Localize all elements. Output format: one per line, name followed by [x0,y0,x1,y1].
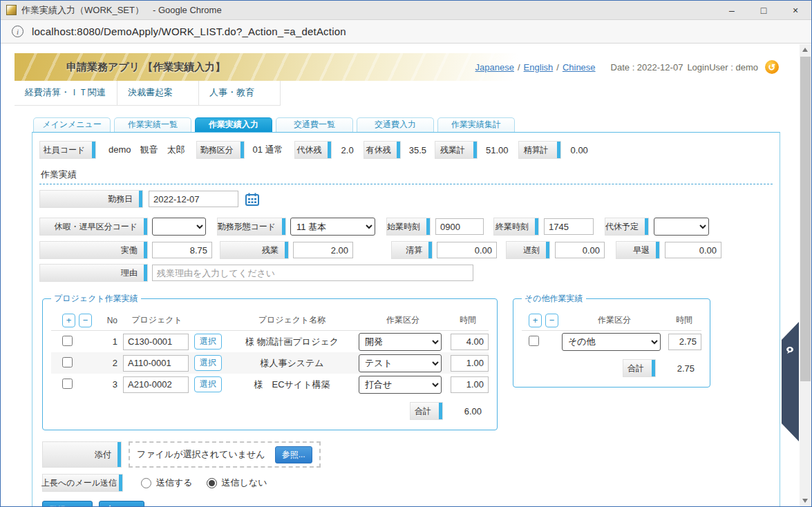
menu-item-hr-education[interactable]: 人事・教育 [199,81,281,105]
work-date-label: 勤務日 [39,190,143,208]
language-link-chinese[interactable]: Chinese [563,62,596,73]
comp-leave-plan-select[interactable] [654,218,709,236]
actual-hours-input[interactable] [152,242,212,258]
row1-project-code-input[interactable] [123,334,189,350]
row3-project-code-input[interactable] [123,376,189,393]
other-header-category: 作業区分 [562,314,667,326]
row1-select-button[interactable]: 選択 [194,334,222,350]
address-bar[interactable]: i localhost:8080/DemoApply/WORK_LIST.do?… [1,20,811,44]
info-icon[interactable]: i [12,26,23,37]
row3-select-button[interactable]: 選択 [194,376,222,392]
other-row1-checkbox[interactable] [529,336,539,346]
paid-leave-value: 35.5 [409,145,426,155]
end-time-input[interactable] [544,218,594,235]
other-header-hours: 時間 [667,314,701,326]
work-style-code-select[interactable]: 11 基本 [290,218,375,236]
close-button[interactable]: × [780,1,811,19]
browse-button[interactable]: 参照... [275,446,312,463]
row2-no: 2 [95,358,117,368]
tab-work-summary[interactable]: 作業実績集計 [437,117,515,132]
tab-work-list[interactable]: 作業実績一覧 [114,117,191,132]
row1-checkbox[interactable] [62,336,73,346]
mail-row: 上長へのメール送信 送信する 送信しない [42,474,773,492]
tab-work-input[interactable]: 作業実績入力 [195,117,272,132]
calendar-icon[interactable] [245,193,259,206]
login-user-label: LoginUser : demo [687,62,758,73]
other-row1-category-select[interactable]: その他 [562,333,661,351]
other-add-row-button[interactable]: + [529,314,542,327]
row3-category-select[interactable]: 打合せ [359,376,442,394]
file-drop-area[interactable]: ファイルが選択されていません 参照... [129,441,321,468]
logout-back-icon[interactable]: ↺ [765,60,779,74]
other-remove-row-button[interactable]: − [545,314,558,327]
comp-leave-plan-label: 代休予定 [605,218,649,236]
scroll-up-icon[interactable] [802,48,808,52]
settlement-total-value: 0.00 [571,145,588,155]
scroll-down-icon[interactable] [802,499,808,503]
other-row-1: その他 [522,331,701,352]
other-row1-hours-input[interactable] [668,334,701,350]
menu-item-approval[interactable]: 決裁書起案 [117,81,199,105]
reason-label: 理由 [39,264,148,282]
back-button[interactable]: 戻る[F1] [99,501,144,506]
reason-input[interactable] [152,265,473,281]
other-total-label: 合計 [623,359,656,377]
row1-project-name: 様 物流計画プロジェク [225,336,359,348]
maximize-button[interactable]: □ [748,1,780,19]
page-content: 申請業務アプリ 【作業実績入力】 Japanese / English / Ch… [1,44,800,506]
main-menu: 経費清算・ＩＴ関連 決裁書起案 人事・教育 [15,81,281,106]
user-bar: Japanese / English / Chinese Date : 2022… [475,60,779,74]
row2-hours-input[interactable] [451,355,489,372]
employee-code-value: demo 観音 太郎 [108,144,185,156]
no-send-mail-radio[interactable] [207,478,217,488]
late-input[interactable] [555,242,605,258]
row3-hours-input[interactable] [451,376,489,393]
leave-code-label: 休暇・遅早区分コード [39,218,148,236]
row1-category-select[interactable]: 開発 [359,333,442,351]
project-total-row: 合計 6.00 [51,402,489,420]
work-date-input[interactable] [149,191,238,207]
row3-checkbox[interactable] [62,379,73,389]
row2-checkbox[interactable] [62,357,73,367]
settlement-input[interactable] [437,242,497,258]
add-row-button[interactable]: + [62,314,75,327]
other-work-fieldset: その他作業実績 + − 作業区分 時間 その他 [513,293,710,388]
app-title: 申請業務アプリ 【作業実績入力】 [66,61,225,74]
early-leave-input[interactable] [665,242,721,258]
row1-hours-input[interactable] [451,334,489,350]
title-bar: 作業実績入力（WORK_SET） - Google Chrome – □ × [1,1,811,20]
overtime-label: 残業 [220,241,289,259]
overlay-widget[interactable] [782,322,799,441]
menu-item-expense-it[interactable]: 経費清算・ＩＴ関連 [15,81,117,105]
browser-window: 作業実績入力（WORK_SET） - Google Chrome – □ × i… [0,0,812,507]
window-icon [6,5,17,15]
comp-leave-value: 2.0 [341,145,354,155]
settlement-label: 清算 [391,241,433,259]
leave-code-select[interactable] [152,218,206,236]
start-time-input[interactable] [435,218,484,235]
minimize-button[interactable]: – [716,1,748,19]
send-mail-radio[interactable] [141,478,151,488]
row2-category-select[interactable]: テスト [359,354,442,372]
overtime-total-value: 51.00 [486,145,509,155]
scrollbar-thumb[interactable] [800,57,811,381]
language-link-english[interactable]: English [524,62,554,73]
row2-project-code-input[interactable] [123,355,189,372]
tab-transport-list[interactable]: 交通費一覧 [276,117,353,132]
tab-main-menu[interactable]: メインメニュー [33,117,111,132]
overtime-input[interactable] [293,242,353,258]
project-work-legend: プロジェクト作業実績 [51,293,141,305]
url-text[interactable]: localhost:8080/DemoApply/WORK_LIST.do?_A… [32,26,346,37]
row2-select-button[interactable]: 選択 [194,355,222,371]
language-link-japanese[interactable]: Japanese [475,62,514,73]
tab-transport-input[interactable]: 交通費入力 [357,117,434,132]
project-row-2: 2 選択 様人事システム テスト [51,352,489,374]
header-no: No [95,316,117,325]
register-button[interactable]: 登録[F12] [42,501,93,506]
vertical-scrollbar[interactable] [800,44,811,506]
tab-bar: メインメニュー 作業実績一覧 作業実績入力 交通費一覧 交通費入力 作業実績集計 [33,117,800,132]
project-row-3: 3 選択 様 ECサイト構築 打合せ [51,374,489,395]
send-mail-label: 送信する [156,477,193,489]
remove-row-button[interactable]: − [79,314,92,327]
early-leave-label: 早退 [616,241,660,259]
